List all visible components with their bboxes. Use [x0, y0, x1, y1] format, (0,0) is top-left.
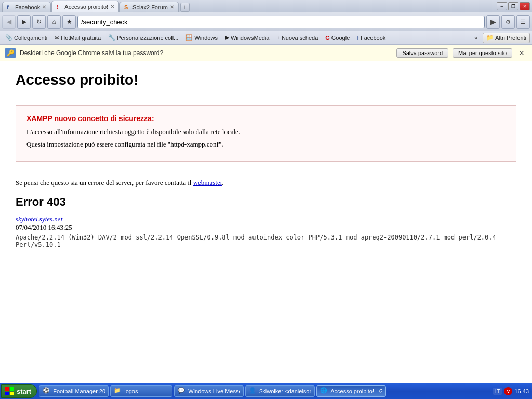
never-save-button[interactable]: Mai per questo sito [453, 48, 512, 58]
tab-close-sciax2[interactable]: ✕ [170, 4, 174, 10]
go-button[interactable]: ▶ [486, 15, 500, 29]
tab-label-accesso: Accesso proibito! [64, 4, 108, 10]
tab-sciax2[interactable]: S Sciax2 Forum ✕ [119, 2, 179, 12]
title-divider [16, 97, 516, 97]
xampp-title: XAMPP nuovo concetto di sicurezza: [26, 114, 506, 123]
tab-close-facebook[interactable]: ✕ [42, 4, 46, 10]
error-section: Error 403 skyhotel.sytes.net 07/04/2010 … [16, 195, 516, 248]
bookmark-collegamenti[interactable]: 📎 Collegamenti [2, 33, 50, 43]
reload-button[interactable]: ↻ [32, 15, 46, 29]
bookmark-icon-personalizzazione: 🔧 [108, 34, 115, 41]
menu-button[interactable]: ☰ [516, 15, 530, 29]
svg-rect-3 [10, 392, 14, 395]
svg-rect-0 [5, 387, 9, 391]
taskbar-item-messenger[interactable]: 💬 Windows Live Messen... [174, 385, 244, 397]
bookmark-icon-facebook: f [357, 35, 359, 41]
restore-button[interactable]: ❐ [508, 2, 518, 10]
window-controls: – ❐ ✕ [497, 2, 530, 10]
contact-suffix: . [222, 179, 223, 187]
bookmark-personalizzazione[interactable]: 🔧 Personalizzazione coll... [105, 33, 181, 43]
system-clock: 16.43 [514, 388, 529, 394]
tab-favicon-facebook: f [7, 4, 13, 10]
bookmark-label-personalizzazione: Personalizzazione coll... [117, 35, 178, 41]
minimize-button[interactable]: – [497, 2, 507, 10]
bookmarks-more-icon: » [474, 35, 477, 41]
taskbar-right: IT V 16.43 [493, 387, 532, 395]
tab-close-accesso[interactable]: ✕ [110, 4, 114, 9]
bookmark-nuovascheda[interactable]: + Nuova scheda [273, 33, 321, 43]
new-tab-button[interactable]: + [180, 3, 190, 12]
bookmark-windows[interactable]: 🪟 Windows [182, 33, 221, 43]
taskbar-icon-messenger: 💬 [178, 387, 186, 395]
save-password-button[interactable]: Salva password [396, 48, 448, 58]
bookmark-label-windowsmedia: WindowsMedia [231, 35, 270, 41]
taskbar: start ⚽ Football Manager 2010 📁 logos 💬 … [0, 383, 532, 399]
svg-rect-2 [5, 392, 9, 395]
bookmark-altri[interactable]: 📁 Altri Preferiti [483, 33, 530, 43]
start-button[interactable]: start [1, 384, 37, 398]
taskbar-label-fm2010: Football Manager 2010 [53, 388, 105, 394]
taskbar-item-chrome[interactable]: 🌐 Accesso proibito! - G... [316, 385, 386, 397]
xampp-line1: L'accesso all'informazione richiesta ogg… [26, 128, 506, 136]
start-label: start [17, 388, 31, 395]
contact-line: Se pensi che questo sia un errore del se… [16, 179, 516, 187]
contact-webmaster[interactable]: webmaster [193, 179, 222, 187]
password-bar-close-button[interactable]: ✕ [516, 49, 527, 57]
navigation-bar: ◀ ▶ ↻ ⌂ ★ ▶ ⚙ ☰ [0, 12, 532, 31]
address-input[interactable] [81, 18, 481, 26]
tab-favicon-sciax2: S [124, 4, 130, 10]
taskbar-icon-fm2010: ⚽ [43, 387, 51, 395]
tab-label-facebook: Facebook [15, 4, 40, 10]
bookmark-label-hotmail: HotMail gratuita [61, 35, 101, 41]
taskbar-item-user[interactable]: 👤 $kiwolker <danielson... [245, 385, 315, 397]
bookmark-icon-google: G [325, 35, 330, 41]
xampp-line2: Questa impostazione può essere configura… [26, 140, 506, 149]
bookmark-folder-icon: 📁 [486, 34, 494, 41]
browser-window: f Facebook ✕ ! Accesso proibito! ✕ S Sci… [0, 0, 532, 383]
xampp-security-box: XAMPP nuovo concetto di sicurezza: L'acc… [16, 105, 516, 162]
tab-facebook[interactable]: f Facebook ✕ [2, 2, 51, 12]
taskbar-icon-user: 👤 [249, 387, 257, 395]
language-indicator: IT [493, 388, 502, 395]
tab-favicon-accesso: ! [56, 4, 62, 10]
contact-text: Se pensi che questo sia un errore del se… [16, 179, 191, 187]
password-save-bar: 🔑 Desideri che Google Chrome salvi la tu… [0, 45, 532, 61]
bookmarks-bar: 📎 Collegamenti ✉ HotMail gratuita 🔧 Pers… [0, 31, 532, 45]
address-bar[interactable] [77, 16, 485, 28]
server-info: Apache/2.2.14 (Win32) DAV/2 mod_ssl/2.2.… [16, 234, 516, 248]
password-bar-text: Desideri che Google Chrome salvi la tua … [20, 49, 392, 57]
taskbar-item-logos[interactable]: 📁 logos [110, 385, 172, 397]
forward-button[interactable]: ▶ [17, 15, 31, 29]
page-title: Accesso proibito! [16, 72, 516, 88]
page-content: Accesso proibito! XAMPP nuovo concetto d… [0, 61, 532, 383]
back-button[interactable]: ◀ [2, 15, 16, 29]
bookmark-altri-label: Altri Preferiti [495, 35, 526, 41]
taskbar-label-messenger: Windows Live Messen... [188, 388, 240, 394]
tools-button[interactable]: ⚙ [501, 15, 515, 29]
tab-label-sciax2: Sciax2 Forum [132, 4, 168, 10]
tab-bar: f Facebook ✕ ! Accesso proibito! ✕ S Sci… [2, 1, 190, 12]
taskbar-icon-logos: 📁 [114, 387, 122, 395]
antivirus-icon: V [504, 387, 512, 395]
bookmark-hotmail[interactable]: ✉ HotMail gratuita [51, 33, 104, 43]
title-bar: f Facebook ✕ ! Accesso proibito! ✕ S Sci… [0, 0, 532, 12]
bookmark-google[interactable]: G Google [322, 33, 353, 43]
bookmark-icon-windowsmedia: ▶ [225, 34, 229, 41]
bookmark-icon-hotmail: ✉ [55, 34, 59, 41]
taskbar-icon-chrome: 🌐 [320, 387, 328, 395]
server-link[interactable]: skyhotel.sytes.net [16, 215, 62, 223]
bookmark-windowsmedia[interactable]: ▶ WindowsMedia [222, 33, 273, 43]
close-button[interactable]: ✕ [520, 2, 530, 10]
taskbar-label-logos: logos [124, 388, 138, 394]
star-button[interactable]: ★ [62, 15, 76, 29]
error-code: Error 403 [16, 195, 516, 209]
bookmark-icon-collegamenti: 📎 [5, 34, 12, 41]
tab-accesso[interactable]: ! Accesso proibito! ✕ [51, 1, 119, 12]
taskbar-item-fm2010[interactable]: ⚽ Football Manager 2010 [39, 385, 109, 397]
bookmark-icon-nuovascheda: + [276, 35, 280, 41]
home-button[interactable]: ⌂ [47, 15, 61, 29]
bookmarks-more-button[interactable]: » [472, 35, 480, 41]
bookmark-label-windows: Windows [194, 35, 218, 41]
bookmark-label-google: Google [331, 35, 350, 41]
bookmark-facebook[interactable]: f Facebook [354, 33, 389, 43]
